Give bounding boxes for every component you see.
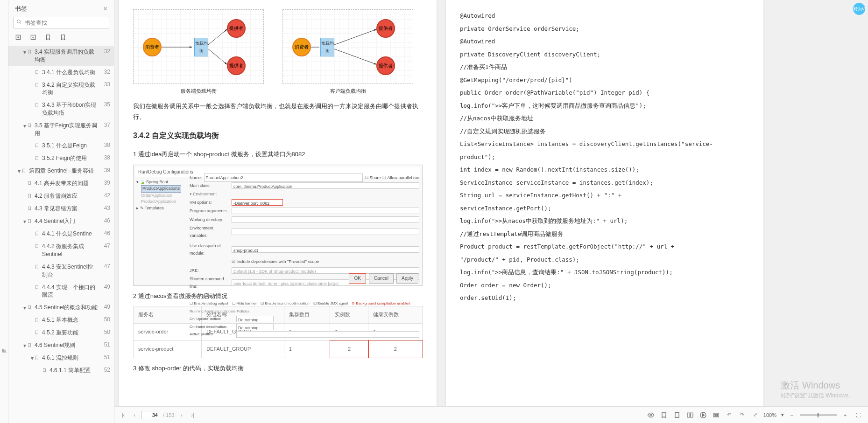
fit-page-icon[interactable]: ⤢	[750, 410, 761, 420]
outline-item[interactable]: 4.6.1.1 简单配置52	[8, 364, 114, 377]
caret-icon[interactable]: ▾	[22, 49, 27, 55]
bookmark-icon[interactable]	[60, 34, 66, 42]
outline-page: 46	[101, 217, 110, 224]
outline-item[interactable]: ▾第四章 Sentinel--服务容错39	[8, 165, 114, 177]
outline-item[interactable]: 3.4.1 什么是负载均衡32	[8, 66, 114, 79]
prev-page-icon[interactable]: ‹	[130, 412, 139, 418]
code-line: "/product/" + pid, Product.class);	[460, 253, 749, 266]
code-line: Order order = new Order();	[460, 279, 749, 292]
outline-item[interactable]: 4.4.1 什么是Sentine46	[8, 228, 114, 240]
outline-item[interactable]: 4.1 高并发带来的问题39	[8, 177, 114, 190]
bookmark-icon	[35, 317, 39, 324]
caret-icon[interactable]: ▾	[30, 355, 35, 361]
outline-item[interactable]: ▾4.6.1 流控规则51	[8, 352, 114, 364]
outline-page: 51	[101, 341, 110, 348]
bookmark-icon	[35, 69, 39, 76]
bottom-toolbar: |‹ ‹ / 153 › ›| 1:1 ↶ ↷ ⤢ 100% ▾ − + ⛶	[114, 406, 868, 423]
code-line: private DiscoveryClient discoveryClient;	[460, 48, 749, 61]
svg-rect-16	[691, 413, 693, 417]
outline-item[interactable]: 4.3 常见容错方案43	[8, 202, 114, 215]
outline-item[interactable]: ▾3.5 基于Feign实现服务调用37	[8, 119, 114, 140]
bookmark-ribbon-icon[interactable]	[659, 410, 669, 420]
two-page-icon[interactable]	[685, 410, 695, 420]
close-icon[interactable]: ×	[103, 5, 107, 13]
zoom-out-icon[interactable]: −	[787, 410, 797, 420]
fit-width-icon[interactable]: 1:1	[711, 410, 721, 420]
outline-page: 38	[101, 154, 110, 161]
bookmark-icon	[35, 284, 39, 291]
outline-item[interactable]: 3.5.1 什么是Feign38	[8, 139, 114, 152]
code-line: log.info(">>商品信息，查询结果:" + JSON.toJSONStr…	[460, 266, 749, 279]
fullscreen-icon[interactable]: ⛶	[853, 410, 863, 420]
caret-icon[interactable]: ▾	[22, 342, 27, 349]
outline-label: 4.6 Sentinel规则	[35, 341, 98, 349]
outline-label: 3.4 实现服务调用的负载均衡	[35, 48, 98, 64]
outline-item[interactable]: 3.4.3 基于Ribbon实现负载均衡35	[8, 99, 114, 119]
outline-item[interactable]: 4.5.2 重要功能50	[8, 326, 114, 339]
outline-item[interactable]: 4.2 服务雪崩效应42	[8, 190, 114, 202]
run-config-screenshot: Run/Debug Configurations Name: ProductAp…	[133, 165, 423, 286]
code-line: private OrderService orderService;	[460, 22, 749, 35]
rotate-right-icon[interactable]: ↷	[737, 410, 748, 420]
outline-page: 43	[101, 205, 110, 211]
zoom-slider[interactable]	[800, 414, 837, 416]
svg-point-13	[650, 414, 652, 416]
search-input-wrap[interactable]	[13, 17, 109, 28]
outline-item[interactable]: ▾4.5 Sentinel的概念和功能49	[8, 301, 114, 314]
rotate-left-icon[interactable]: ↶	[724, 410, 734, 420]
zoom-in-icon[interactable]: +	[840, 410, 850, 420]
outline-item[interactable]: ▾4.6 Sentinel规则51	[8, 339, 114, 352]
nav-label: 航	[2, 347, 7, 354]
svg-line-12	[334, 49, 376, 64]
outline-label: 4.4.2 微服务集成Sentinel	[42, 243, 98, 258]
corner-badge[interactable]: 转为V	[853, 3, 865, 15]
code-line: //自定义规则实现随机挑选服务	[460, 125, 749, 138]
single-page-icon[interactable]	[672, 410, 682, 420]
bookmark-icon	[35, 355, 39, 362]
outline-label: 4.4.4 实现一个接口的限流	[42, 284, 98, 299]
first-page-icon[interactable]: |‹	[119, 412, 127, 418]
outline-item[interactable]: 4.5.1 基本概念50	[8, 314, 114, 326]
play-icon[interactable]	[698, 410, 708, 420]
bookmark-icon	[27, 305, 32, 312]
outline-item[interactable]: 4.4.3 安装Sentinel控制台47	[8, 261, 114, 281]
eye-icon[interactable]	[646, 410, 656, 420]
bookmark-icon	[35, 143, 39, 150]
search-input[interactable]	[25, 20, 106, 26]
outline-item[interactable]: 3.5.2 Feign的使用38	[8, 152, 114, 165]
sidebar-title: 书签	[15, 5, 27, 13]
code-line: //通过restTemplate调用商品微服务	[460, 228, 749, 241]
page-number-input[interactable]	[141, 411, 160, 419]
bookmark-icon	[35, 264, 39, 271]
outline-page: 32	[101, 69, 110, 75]
bookmark-icon	[42, 368, 47, 374]
outline-label: 4.6.1 流控规则	[42, 354, 98, 362]
next-page-icon[interactable]: ›	[177, 412, 185, 418]
outline-item[interactable]: 4.4.4 实现一个接口的限流49	[8, 281, 114, 302]
outline-item[interactable]: 3.4.2 自定义实现负载均衡33	[8, 79, 114, 99]
bookmark-icon	[27, 206, 32, 213]
svg-marker-18	[703, 414, 705, 416]
page-left: 消费者 负载均衡 提供者 提供者 服务端负载均衡 消费者	[119, 0, 437, 416]
left-rail: 航	[0, 0, 8, 423]
outline-tree[interactable]: ▾3.4 实现服务调用的负载均衡323.4.1 什么是负载均衡323.4.2 自…	[8, 46, 114, 423]
expand-icon[interactable]	[15, 34, 21, 42]
last-page-icon[interactable]: ›|	[188, 412, 197, 418]
caret-icon[interactable]: ▾	[22, 218, 27, 225]
outline-item[interactable]: ▾4.4 Sentinel入门46	[8, 215, 114, 228]
caret-icon[interactable]: ▾	[22, 123, 27, 129]
caret-icon[interactable]: ▾	[17, 168, 21, 174]
outline-page: 35	[101, 101, 110, 108]
step-3: 3 修改 shop-order 的代码，实现负载均衡	[133, 363, 423, 374]
collapse-icon[interactable]	[30, 34, 36, 42]
page-right: @Autowiredprivate OrderService orderServ…	[446, 0, 763, 416]
outline-label: 4.4.3 安装Sentinel控制台	[42, 263, 98, 279]
bookmark-add-icon[interactable]	[45, 34, 51, 42]
outline-item[interactable]: ▾3.4 实现服务调用的负载均衡32	[8, 46, 114, 66]
bookmark-icon	[27, 193, 32, 200]
outline-item[interactable]: 4.4.2 微服务集成Sentinel47	[8, 240, 114, 261]
consumer-node: 消费者	[292, 38, 311, 56]
code-line: log.info(">>从nacos中获取到的微服务地址为:" + url);	[460, 215, 749, 228]
caret-icon[interactable]: ▾	[22, 305, 27, 311]
step-1: 1 通过idea再启动一个 shop-product 微服务，设置其端口为808…	[133, 149, 423, 159]
